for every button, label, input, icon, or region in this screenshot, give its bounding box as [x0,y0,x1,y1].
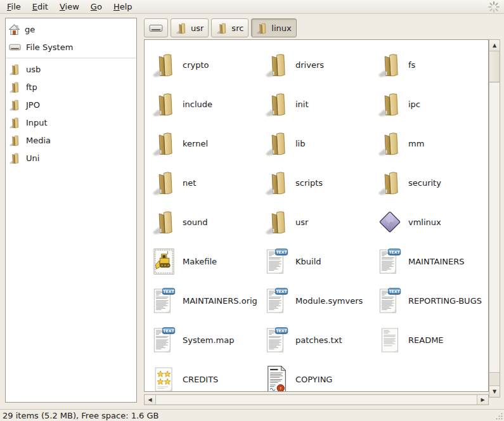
file-item[interactable]: TEXT [262,359,375,392]
folder-icon [152,209,178,235]
folder-icon [377,130,403,157]
menu-items: File Edit View Go Help [1,1,138,13]
folder-icon [9,81,21,93]
folder-icon [264,209,290,235]
menu-item-label: Help [113,2,132,11]
folder-icon [377,51,403,78]
file-item[interactable]: TEXT [262,242,375,281]
menu-item[interactable]: Help [108,1,138,13]
menu-item[interactable]: View [54,1,85,13]
file-item-label: Makefile [183,257,217,266]
file-item[interactable]: TEXT [149,124,262,163]
text-file-icon: TEXT [153,327,176,353]
text-file-icon: TEXT [378,288,402,314]
file-item-label: include [183,100,212,109]
menu-item-label: Edit [32,2,48,11]
text-file-icon: TEXT [153,288,176,314]
file-item[interactable]: TEXT [149,84,262,124]
home-icon [9,24,20,35]
vertical-scrollbar[interactable]: ▲ ▼ [489,39,500,398]
sidebar-item-label: usb [26,65,41,74]
scroll-left-button[interactable]: ◀ [145,395,156,405]
file-item[interactable]: TEXT [375,202,488,242]
sidebar-item-label: File System [26,42,73,52]
sidebar-item[interactable]: ge [6,20,136,38]
file-item[interactable]: TEXT [262,163,375,202]
file-item[interactable]: TEXT [262,84,375,124]
file-grid: TEXT [145,40,488,392]
file-item-label: CREDITS [183,375,218,384]
folder-icon [9,152,21,164]
file-item[interactable]: TEXT [262,202,375,242]
text-badge-label: TEXT [276,249,287,254]
sidebar-item[interactable]: Input [6,113,136,131]
file-item-label: security [408,178,441,188]
horizontal-scrollbar[interactable]: ◀ ▶ [144,394,489,405]
file-item-label: MAINTAINERS.orig [183,296,257,306]
file-item-label: crypto [183,60,209,70]
path-button-label: src [231,23,243,33]
folder-icon [264,169,290,196]
file-item[interactable]: TEXT [375,320,488,359]
vertical-scrollbar-thumb[interactable] [489,51,500,82]
scroll-right-button[interactable]: ▶ [477,395,488,405]
file-item[interactable]: TEXT [262,45,375,84]
file-item-label: MAINTAINERS [408,257,465,266]
folder-icon [377,91,403,117]
file-item[interactable]: TEXT [149,202,262,242]
vertical-scrollbar-stepper[interactable] [489,372,500,385]
sidebar-item[interactable]: ftp [6,78,136,96]
sidebar-item-label: Media [26,136,51,145]
path-button[interactable]: src [211,18,249,37]
text-badge-label: TEXT [163,328,174,332]
sidebar-item[interactable]: Media [6,131,136,149]
horizontal-scrollbar-trough[interactable] [156,395,477,405]
menu-item[interactable]: Go [85,1,108,13]
sidebar-item[interactable]: JPO [6,96,136,113]
file-item[interactable]: TEXT [262,124,375,163]
scroll-down-button[interactable]: ▼ [489,385,500,397]
file-item[interactable]: TEXT [375,124,488,163]
menu-item-label: Go [91,2,102,11]
menu-item-label: File [7,2,21,11]
file-item[interactable]: TEXT [375,242,488,281]
file-item[interactable]: TEXT [375,281,488,320]
sidebar-shortcuts-pane: ge File System [5,18,137,403]
file-item[interactable]: TEXT [262,281,375,320]
file-item[interactable]: TEXT [375,45,488,84]
file-item-label: fs [408,60,415,70]
file-item[interactable]: TEXT [149,45,262,84]
sidebar-item[interactable]: File System [6,38,136,56]
file-item[interactable]: TEXT [149,242,262,281]
path-button[interactable] [144,18,168,37]
sidebar-bookmarks: usb ftp JP [6,60,136,167]
sidebar-places: ge File System [6,20,136,56]
vertical-scrollbar-trough[interactable] [489,82,500,372]
file-item[interactable]: TEXT [149,359,262,392]
text-badge-label: TEXT [276,288,287,293]
file-item[interactable]: TEXT [375,84,488,124]
sidebar-separator [6,58,136,58]
file-item[interactable]: TEXT [262,320,375,359]
sidebar-item[interactable]: usb [6,60,136,78]
credits-file-icon [153,366,176,392]
file-item-label: REPORTING-BUGS [408,296,482,306]
file-item[interactable]: TEXT [149,320,262,359]
plain-file-icon [378,327,402,353]
file-item[interactable]: TEXT [149,281,262,320]
file-item[interactable]: TEXT [149,163,262,202]
icon-view[interactable]: TEXT [144,39,489,392]
file-item[interactable]: TEXT [375,163,488,202]
scroll-up-button[interactable]: ▲ [489,40,500,51]
menu-item[interactable]: Edit [27,1,54,13]
file-item-label: COPYING [295,375,332,384]
file-manager-window: File Edit View Go Help [0,0,504,421]
text-badge-label: TEXT [276,328,287,332]
path-button[interactable]: linux [251,18,296,37]
path-button[interactable]: usr [171,18,209,37]
file-item-label: lib [295,139,305,148]
resize-grip[interactable] [495,412,503,420]
sidebar-item[interactable]: Uni [6,149,136,167]
drive-icon [9,42,21,52]
menu-item[interactable]: File [1,1,27,13]
